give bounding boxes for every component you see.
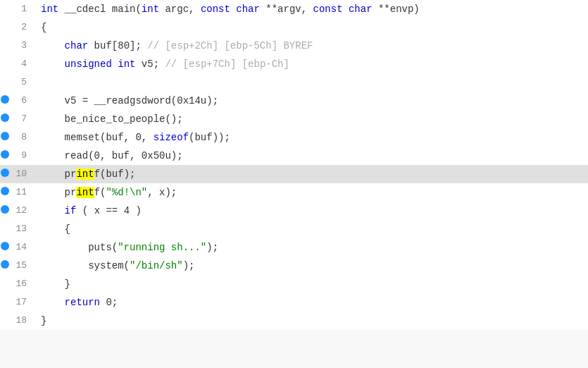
breakpoint-cell[interactable] (0, 147, 13, 165)
breakpoint-cell[interactable] (0, 312, 13, 330)
code-line: if ( x == 4 ) (35, 202, 588, 220)
search-highlight-token: int (76, 187, 94, 198)
plain-token: { (41, 223, 70, 235)
breakpoint-cell[interactable] (0, 220, 13, 238)
breakpoint-cell[interactable] (0, 110, 13, 128)
table-row: 4 unsigned int v5; // [esp+7Ch] [ebp-Ch] (0, 55, 588, 73)
breakpoint-cell[interactable] (0, 165, 13, 183)
breakpoint-cell[interactable] (0, 0, 13, 18)
plain-token: buf[80]; (88, 40, 147, 51)
plain-token: memset(buf, 0, (41, 132, 154, 143)
plain-token: 0; (100, 297, 118, 308)
breakpoint-cell[interactable] (0, 238, 13, 257)
comment-token: // [esp+7Ch] [ebp-Ch] (165, 59, 289, 70)
line-number: 15 (13, 257, 35, 275)
plain-token: be_nice_to_people(); (41, 114, 183, 125)
code-line: printf(buf); (35, 165, 588, 183)
plain-token: { (41, 22, 46, 33)
table-row: 9 read(0, buf, 0x50u); (0, 147, 588, 165)
breakpoint-dot (1, 187, 9, 195)
code-line: v5 = __readgsdword(0x14u); (35, 92, 588, 110)
plain-token: **envp) (373, 4, 420, 15)
line-number: 1 (13, 0, 35, 18)
plain-token: ( x == 4 ) (76, 205, 141, 216)
line-number: 6 (13, 92, 35, 110)
table-row: 2{ (0, 18, 588, 37)
keyword-token: char (236, 4, 260, 15)
breakpoint-dot (1, 242, 9, 250)
table-row: 18} (0, 312, 588, 330)
line-number: 16 (13, 275, 35, 293)
table-row: 3 char buf[80]; // [esp+2Ch] [ebp-5Ch] B… (0, 37, 588, 55)
table-row: 1int __cdecl main(int argc, const char *… (0, 0, 588, 18)
breakpoint-cell[interactable] (0, 128, 13, 147)
code-line: { (35, 220, 588, 238)
line-number: 5 (13, 73, 35, 92)
plain-token: f (94, 168, 100, 180)
line-number: 17 (13, 293, 35, 312)
breakpoint-dot (1, 132, 9, 140)
plain-token: argc, (159, 4, 201, 15)
plain-token: system( (41, 260, 130, 271)
breakpoint-cell[interactable] (0, 275, 13, 293)
line-number: 3 (13, 37, 35, 55)
plain-token: v5 = __readgsdword(0x14u); (41, 95, 218, 106)
table-row: 5 (0, 73, 588, 92)
line-number: 18 (13, 312, 35, 330)
code-line: { (35, 18, 588, 37)
plain-token: pr (65, 187, 77, 198)
table-row: 15 system("/bin/sh"); (0, 257, 588, 275)
plain-token: f (94, 187, 100, 198)
breakpoint-cell[interactable] (0, 18, 13, 37)
keyword-token: char (65, 40, 89, 51)
line-number: 13 (13, 220, 35, 238)
code-line: printf("%d!\n", x); (35, 183, 588, 202)
breakpoint-dot (1, 95, 9, 104)
breakpoint-cell[interactable] (0, 202, 13, 220)
line-number: 2 (13, 18, 35, 37)
code-line: unsigned int v5; // [esp+7Ch] [ebp-Ch] (35, 55, 588, 73)
plain-token: } (41, 278, 70, 290)
line-number: 11 (13, 183, 35, 202)
breakpoint-dot (1, 168, 9, 177)
breakpoint-cell[interactable] (0, 293, 13, 312)
breakpoint-dot (1, 150, 9, 159)
table-row: 8 memset(buf, 0, sizeof(buf)); (0, 128, 588, 147)
breakpoint-cell[interactable] (0, 37, 13, 55)
keyword-token: char (349, 4, 373, 15)
breakpoint-cell[interactable] (0, 183, 13, 202)
code-line: system("/bin/sh"); (35, 257, 588, 275)
keyword-token: int (118, 59, 135, 70)
breakpoint-cell[interactable] (0, 55, 13, 73)
keyword-token: int (142, 4, 159, 15)
line-number: 7 (13, 110, 35, 128)
comment-token: // [esp+2Ch] [ebp-5Ch] BYREF (147, 40, 313, 51)
code-line: } (35, 275, 588, 293)
line-number: 12 (13, 202, 35, 220)
table-row: 6 v5 = __readgsdword(0x14u); (0, 92, 588, 110)
plain-token: (buf)); (189, 132, 230, 143)
line-number: 10 (13, 165, 35, 183)
breakpoint-cell[interactable] (0, 73, 13, 92)
plain-token: , x); (147, 187, 177, 198)
plain-token: ); (183, 260, 195, 271)
line-number: 4 (13, 55, 35, 73)
table-row: 16 } (0, 275, 588, 293)
keyword-token: const (201, 4, 230, 15)
keyword-token: sizeof (154, 132, 189, 143)
code-line: return 0; (35, 293, 588, 312)
code-line: puts("running sh..."); (35, 238, 588, 257)
plain-token (41, 205, 65, 216)
plain-token: } (41, 315, 46, 326)
line-number: 14 (13, 238, 35, 257)
table-row: 13 { (0, 220, 588, 238)
plain-token (41, 187, 65, 198)
breakpoint-cell[interactable] (0, 257, 13, 275)
code-table: 1int __cdecl main(int argc, const char *… (0, 0, 588, 330)
string-token: "running sh..." (118, 242, 206, 253)
table-row: 7 be_nice_to_people(); (0, 110, 588, 128)
plain-token: ); (206, 242, 218, 253)
breakpoint-dot (1, 114, 9, 122)
breakpoint-cell[interactable] (0, 92, 13, 110)
plain-token: **argv, (260, 4, 313, 15)
